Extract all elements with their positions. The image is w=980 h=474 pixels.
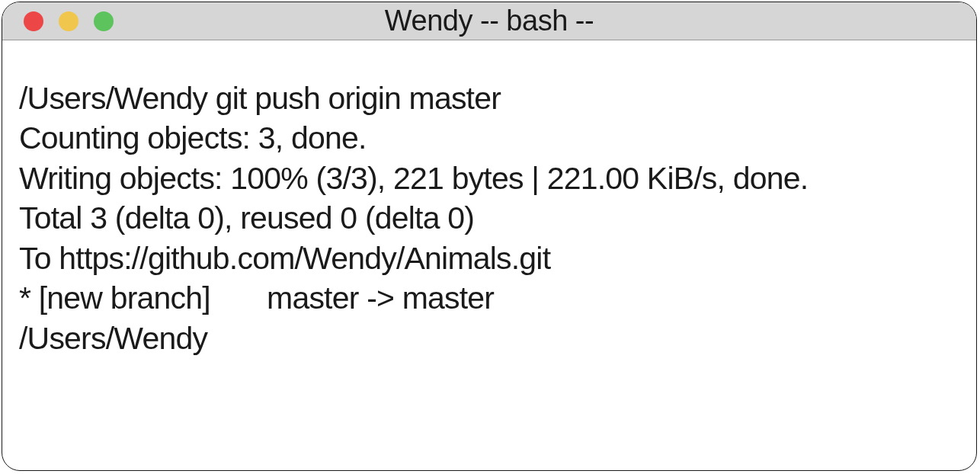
terminal-line: To https://github.com/Wendy/Animals.git <box>19 241 550 276</box>
terminal-line: * [new branch] master -> master <box>19 280 494 315</box>
window-controls <box>24 11 114 31</box>
terminal-output[interactable]: /Users/Wendy git push origin master Coun… <box>2 40 976 373</box>
minimize-icon[interactable] <box>59 11 78 31</box>
terminal-line: Total 3 (delta 0), reused 0 (delta 0) <box>19 200 474 235</box>
terminal-window: Wendy -- bash -- /Users/Wendy git push o… <box>2 2 977 471</box>
close-icon[interactable] <box>24 11 43 31</box>
window-title: Wendy -- bash -- <box>385 5 594 37</box>
terminal-line: /Users/Wendy <box>19 321 207 356</box>
terminal-line: Counting objects: 3, done. <box>19 120 367 155</box>
title-bar: Wendy -- bash -- <box>2 2 976 40</box>
terminal-line: /Users/Wendy git push origin master <box>19 81 501 116</box>
terminal-line: Writing objects: 100% (3/3), 221 bytes |… <box>19 161 808 196</box>
maximize-icon[interactable] <box>94 11 114 31</box>
